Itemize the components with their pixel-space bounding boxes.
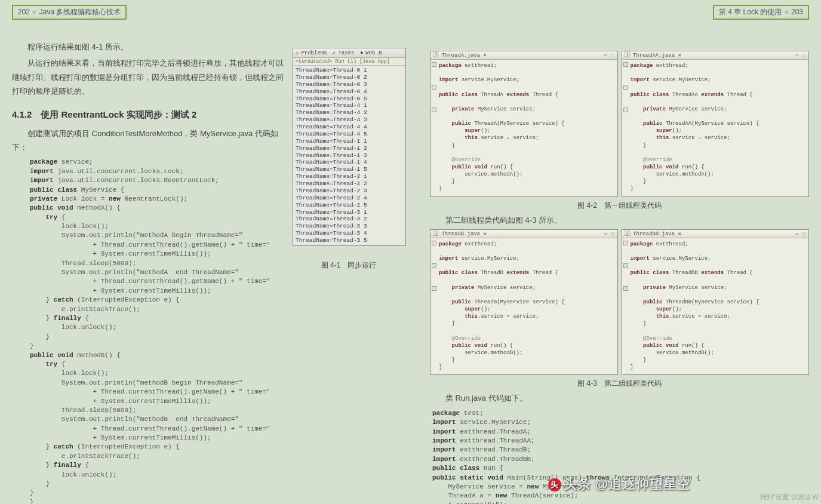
java-file-icon: 🇯: [625, 231, 630, 237]
java-file-icon: 🇯: [433, 53, 438, 59]
figure-4-3: 🇯 ThreadB.java ✕▭ ▢ package extthread; i…: [430, 229, 809, 376]
windows-activate-hint: 转到"设置"以激活 W: [760, 493, 819, 502]
page-number-left: 202: [18, 8, 30, 16]
console-output: ThreadName=Thread-0 1 ThreadName=Thread-…: [293, 66, 405, 245]
figure-4-2-caption: 图 4-2 第一组线程类代码: [430, 201, 809, 211]
console-subheader: <terminated> Run (1) [Java App]: [293, 58, 405, 66]
ide-window-threadA: 🇯 ThreadA.java ✕▭ ▢ package extthread; i…: [430, 51, 618, 197]
java-file-icon: 🇯: [625, 53, 630, 59]
paragraph: 第二组线程类代码如图 4-3 所示。: [430, 213, 809, 227]
window-controls-icon: ▭ ▢: [796, 53, 806, 58]
java-file-icon: 🇯: [433, 231, 438, 237]
ide-window-threadBB: 🇯 ThreadBB.java ✕▭ ▢ package extthread; …: [622, 229, 810, 376]
header-right: 第 4 章 Lock 的使用 ❖ 203: [713, 5, 809, 20]
figure-4-3-caption: 图 4-3 第二组线程类代码: [430, 379, 809, 389]
window-controls-icon: ▭ ▢: [604, 231, 614, 236]
page-number-right: 203: [791, 8, 803, 16]
paragraph: 类 Run.java 代码如下。: [430, 391, 809, 405]
paragraph: 从运行的结果来看，当前线程打印完毕之后将锁进行释放，其他线程才可以继续打印。线程…: [12, 56, 287, 98]
ide-window-threadB: 🇯 ThreadB.java ✕▭ ▢ package extthread; i…: [430, 229, 618, 376]
problems-tab-icon: ⚠: [296, 50, 299, 56]
figure-4-2: 🇯 ThreadA.java ✕▭ ▢ package extthread; i…: [430, 51, 809, 197]
code-threadA: package extthread; import service.MyServ…: [431, 60, 617, 196]
watermark: 头头条 @追逐仰望星空: [548, 475, 691, 493]
header-left: 202 ❖ Java 多线程编程核心技术: [12, 5, 127, 20]
chapter-title: 第 4 章 Lock 的使用: [719, 8, 782, 16]
diamond-icon: ❖: [32, 9, 37, 16]
window-controls-icon: ▭ ▢: [796, 231, 806, 236]
tasks-tab-icon: ✓: [333, 50, 336, 56]
diamond-icon: ❖: [784, 9, 789, 16]
book-title: Java 多线程编程核心技术: [39, 8, 121, 16]
page-right: 第 4 章 Lock 的使用 ❖ 203 🇯 ThreadA.java ✕▭ ▢…: [418, 0, 821, 504]
watermark-logo-icon: 头: [548, 478, 561, 491]
paragraph: 创建测试用的项目 ConditionTestMoreMethod，类 MySer…: [12, 127, 287, 155]
figure-4-1-caption: 图 4-1 同步运行: [293, 260, 405, 271]
figure-4-1-console: ⚠Problems ✓Tasks ●Web B <terminated> Run…: [293, 48, 406, 246]
code-threadB: package extthread; import service.MyServ…: [431, 238, 617, 375]
console-tabs: ⚠Problems ✓Tasks ●Web B: [293, 48, 405, 58]
window-controls-icon: ▭ ▢: [604, 53, 614, 58]
code-threadAA: package extthread; import service.MyServ…: [622, 60, 809, 196]
ide-window-threadAA: 🇯 ThreadAA.java ✕▭ ▢ package extthread; …: [622, 51, 810, 197]
code-threadBB: package extthread; import service.MyServ…: [622, 238, 809, 375]
web-tab-icon: ●: [360, 50, 363, 56]
page-left: 202 ❖ Java 多线程编程核心技术 程序运行结果如图 4-1 所示。 从运…: [0, 0, 418, 504]
